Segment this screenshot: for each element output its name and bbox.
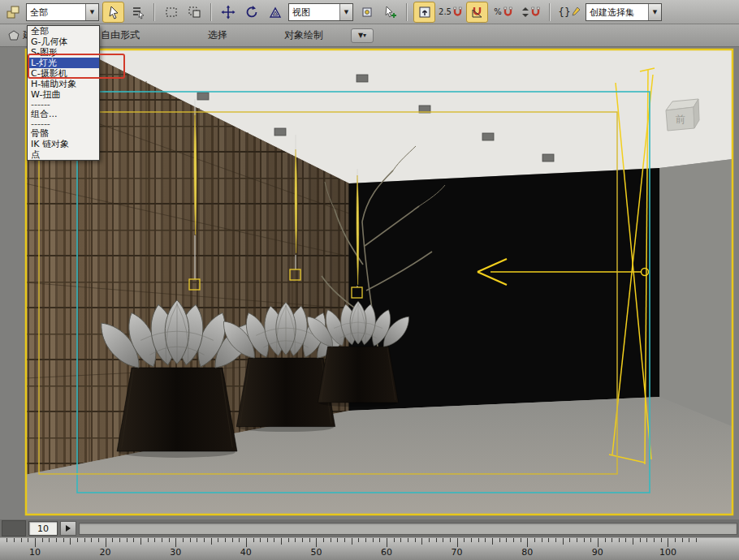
timeline-ruler[interactable]: 102030405060708090100 xyxy=(0,537,739,560)
filter-option-point[interactable]: 点 xyxy=(28,149,99,160)
next-frame-button[interactable] xyxy=(60,521,76,536)
selection-filter-dropdown[interactable]: 全部 ▼ xyxy=(26,3,99,21)
tab-label: 自由形式 xyxy=(101,28,140,42)
select-and-link-icon[interactable] xyxy=(2,2,23,22)
toolbar-separator xyxy=(210,3,212,21)
use-pivot-point-center-button[interactable] xyxy=(357,2,377,22)
filter-option-geometry[interactable]: G-几何体 xyxy=(28,37,99,47)
angle-magnet-icon xyxy=(471,6,484,19)
percent-snap-toggle[interactable]: % xyxy=(491,2,516,22)
track-bar-slider[interactable] xyxy=(79,523,737,535)
ribbon-tab-bar: 建模 自由形式 选择 对象绘制 ▼▾ xyxy=(0,24,739,47)
select-and-manipulate-button[interactable] xyxy=(380,2,400,22)
filter-option-bone[interactable]: 骨骼 xyxy=(28,128,99,139)
window-crossing-toggle[interactable] xyxy=(184,2,205,22)
select-and-move-button[interactable] xyxy=(218,2,238,22)
spinner-snap-toggle[interactable] xyxy=(519,2,543,22)
percent-label: % xyxy=(494,8,502,16)
snaps-toggle-2-5[interactable]: 2.5 xyxy=(439,2,463,22)
toolbar-separator xyxy=(153,3,155,21)
filter-option-shapes[interactable]: S-图形 xyxy=(28,47,99,58)
main-toolbar: 全部 ▼ 视图 ▼ xyxy=(0,0,739,24)
braces-label: {} xyxy=(558,8,570,16)
pencil-icon xyxy=(571,6,581,18)
reference-coordinate-system-dropdown[interactable]: 视图 ▼ xyxy=(288,3,353,21)
filter-option-helpers[interactable]: H-辅助对象 xyxy=(28,79,99,89)
tab-label: 选择 xyxy=(208,28,227,42)
chevron-down-icon[interactable]: ▼ xyxy=(648,4,661,20)
angle-snap-toggle[interactable] xyxy=(466,2,488,23)
perspective-viewport[interactable]: 前 xyxy=(0,47,739,519)
current-frame-field[interactable]: 10 xyxy=(28,521,58,536)
back-wall[interactable] xyxy=(349,168,659,411)
filter-separator: ------ xyxy=(28,119,99,128)
select-by-name-button[interactable] xyxy=(127,2,148,22)
filter-option-warps[interactable]: W-扭曲 xyxy=(28,89,99,100)
track-bar-stub xyxy=(2,520,26,536)
named-selection-set-field[interactable]: 创建选择集 ▼ xyxy=(586,3,662,21)
spinner-icon xyxy=(521,6,529,18)
filter-option-ik-chain[interactable]: IK 链对象 xyxy=(28,139,99,149)
track-bar: 10 xyxy=(0,519,739,537)
tab-label: 对象绘制 xyxy=(284,28,323,42)
chevron-down-icon[interactable]: ▼ xyxy=(85,4,98,20)
selection-filter-value: 全部 xyxy=(27,4,85,20)
keyboard-shortcut-override-toggle[interactable] xyxy=(413,2,435,23)
select-and-rotate-button[interactable] xyxy=(241,2,261,22)
3dsmax-window: 全部 ▼ 视图 ▼ xyxy=(0,0,739,560)
ribbon-minimize-dropdown[interactable]: ▼▾ xyxy=(351,28,374,43)
tab-freeform[interactable]: 自由形式 xyxy=(97,26,143,45)
right-wall[interactable] xyxy=(659,159,733,427)
toolbar-separator xyxy=(406,3,408,21)
filter-option-combos[interactable]: 组合... xyxy=(28,109,99,119)
tab-selection[interactable]: 选择 xyxy=(205,26,231,45)
rectangular-selection-region-button[interactable] xyxy=(161,2,181,22)
filter-option-cameras[interactable]: C-摄影机 xyxy=(28,68,99,79)
magnet-icon xyxy=(452,6,463,18)
viewcube-front-label[interactable]: 前 xyxy=(676,114,685,125)
magnet-icon xyxy=(530,6,541,18)
tab-object-paint[interactable]: 对象绘制 xyxy=(281,26,326,45)
filter-option-lights[interactable]: L-灯光 xyxy=(28,58,99,68)
edit-named-selection-sets-button[interactable]: {} xyxy=(556,2,582,22)
chevron-down-icon[interactable]: ▼ xyxy=(339,4,352,20)
toolbar-separator xyxy=(549,3,551,21)
select-object-button[interactable] xyxy=(102,2,124,23)
filter-option-all[interactable]: 全部 xyxy=(28,26,99,37)
magnet-icon xyxy=(503,6,513,18)
ruler-ticks: 102030405060708090100 xyxy=(0,538,739,560)
named-selection-set-value: 创建选择集 xyxy=(586,4,648,20)
viewcube[interactable]: 前 xyxy=(666,99,699,131)
filter-separator: ------ xyxy=(28,100,99,109)
selection-filter-dropdown-list: 全部 G-几何体 S-图形 L-灯光 C-摄影机 H-辅助对象 W-扭曲 ---… xyxy=(27,25,100,161)
polygon-icon xyxy=(8,30,19,41)
coordinate-system-value: 视图 xyxy=(289,4,339,20)
select-and-scale-button[interactable] xyxy=(265,2,285,22)
snap-mode-label: 2.5 xyxy=(439,8,452,16)
